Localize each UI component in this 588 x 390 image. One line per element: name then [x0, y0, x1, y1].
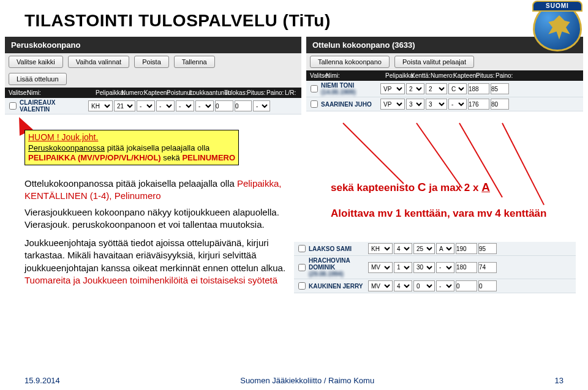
suomi-logo: SUOMI [533, 2, 582, 51]
lower-right-table: LAAKSO SAMI KH 4 25 A HRACHOVINA DOMINIK… [294, 242, 576, 293]
number-select[interactable]: 30 [413, 262, 435, 273]
number-select[interactable]: 2 [426, 83, 447, 94]
panel-peruskokoonpano: Peruskokoonpano Valitse kaikki Vaihda va… [5, 37, 301, 114]
line-select[interactable]: 1 [394, 262, 412, 273]
removed-select[interactable]: - [156, 100, 175, 111]
player-name: SAARINEN JUHO [321, 101, 379, 108]
row-checkbox[interactable] [311, 85, 318, 92]
right-annotations: sekä kapteenisto C ja max 2 x A Aloittav… [331, 181, 546, 220]
right-column-header: Valitse: Nimi: Pelipaikka: Kenttä: Numer… [306, 70, 583, 81]
row-checkbox[interactable] [298, 282, 306, 290]
captain-select[interactable]: - [448, 99, 467, 110]
weight-input[interactable] [491, 83, 509, 94]
position-select[interactable]: KH [88, 100, 113, 111]
line-select[interactable]: 2 [406, 83, 424, 94]
weight-input[interactable] [235, 100, 252, 111]
player-name: CLAIREAUX VALENTIN [20, 99, 87, 113]
player-name: KAUKINEN JERRY [309, 283, 367, 290]
height-input[interactable] [456, 262, 477, 273]
captain-select[interactable]: - [436, 280, 454, 291]
save-button[interactable]: Tallenna [174, 56, 215, 68]
pointer-line [342, 122, 404, 184]
number-select[interactable]: 0 [413, 280, 435, 291]
table-row: HRACHOVINA DOMINIK (29.08.1994) MV 1 30 … [294, 256, 576, 279]
slide-footer: 15.9.2014 Suomen Jääkiekkoliitto / Raimo… [0, 376, 588, 385]
weight-input[interactable] [491, 99, 509, 110]
position-select[interactable]: MV [368, 262, 393, 273]
number-select[interactable]: 3 [426, 99, 447, 110]
table-row: LAAKSO SAMI KH 4 25 A [294, 242, 576, 256]
row-checkbox[interactable] [311, 100, 318, 108]
table-row: SAARINEN JUHO VP 3 3 - [306, 97, 583, 111]
weight-input[interactable] [478, 262, 497, 273]
table-row: NIEMI TONI (14.00.1909) VP 2 2 C [306, 81, 583, 97]
select-all-button[interactable]: Valitse kaikki [9, 56, 63, 68]
line-select[interactable]: 4 [394, 280, 412, 291]
footer-date: 15.9.2014 [24, 376, 60, 385]
captain-select[interactable]: C [448, 83, 467, 94]
save-lineup-button[interactable]: Tallenna kokoonpano [310, 56, 390, 68]
body-text: Ottelukokoonpanossa pitää jokaisella pel… [24, 178, 288, 287]
footer-page: 13 [555, 376, 564, 385]
height-input[interactable] [456, 280, 477, 291]
line-select[interactable]: 3 [406, 99, 424, 110]
table-row: KAUKINEN JERRY MV 4 0 - [294, 279, 576, 293]
position-select[interactable]: VP [380, 83, 405, 94]
page-title: TILASTOINTI TULOSPALVELU (TiTu) [0, 0, 588, 37]
weight-input[interactable] [478, 243, 497, 254]
hand-select[interactable]: - [253, 100, 270, 111]
rookie-select[interactable]: - [195, 100, 214, 111]
position-select[interactable]: KH [368, 243, 393, 254]
number-select[interactable]: 21 [114, 100, 135, 111]
row-checkbox[interactable] [9, 102, 17, 110]
footer-author: Suomen Jääkiekkoliitto / Raimo Komu [60, 376, 555, 385]
delete-button[interactable]: Poista [134, 56, 169, 68]
captain-select[interactable]: - [436, 262, 454, 273]
number-select[interactable]: 25 [413, 243, 435, 254]
table-row: CLAIREAUX VALENTIN KH 21 - - - - - [5, 98, 301, 114]
note-line1: HUOM ! Jouk.joht. [28, 132, 235, 143]
captain-select[interactable]: A [436, 243, 454, 254]
height-input[interactable] [468, 99, 489, 110]
row-checkbox[interactable] [298, 264, 306, 271]
height-input[interactable] [215, 100, 233, 111]
player-name: NIEMI TONI (14.00.1909) [321, 82, 379, 96]
position-select[interactable]: VP [380, 99, 405, 110]
weight-input[interactable] [478, 280, 497, 291]
add-to-match-button[interactable]: Lisää otteluun [9, 73, 67, 85]
height-input[interactable] [456, 243, 477, 254]
player-name: LAAKSO SAMI [309, 246, 367, 252]
height-input[interactable] [468, 83, 489, 94]
line-select[interactable]: 4 [394, 243, 412, 254]
injured-select[interactable]: - [176, 100, 194, 111]
highlight-note: HUOM ! Jouk.joht. Peruskokoonpanossa pit… [24, 130, 239, 165]
position-select[interactable]: MV [368, 280, 393, 291]
remove-selected-button[interactable]: Poista valitut pelaajat [394, 56, 474, 68]
player-name: HRACHOVINA DOMINIK (29.08.1994) [309, 257, 367, 277]
logo-ribbon: SUOMI [532, 1, 582, 12]
left-column-header: Valitse: Nimi: Pelipaikka: Numero: Kapte… [5, 88, 301, 98]
row-checkbox[interactable] [298, 245, 306, 252]
pointer-line [416, 122, 462, 189]
captain-select[interactable]: - [137, 100, 155, 111]
panel-left-header: Peruskokoonpano [5, 37, 301, 53]
lion-icon [546, 15, 573, 42]
swap-selection-button[interactable]: Vaihda valinnat [68, 56, 129, 68]
